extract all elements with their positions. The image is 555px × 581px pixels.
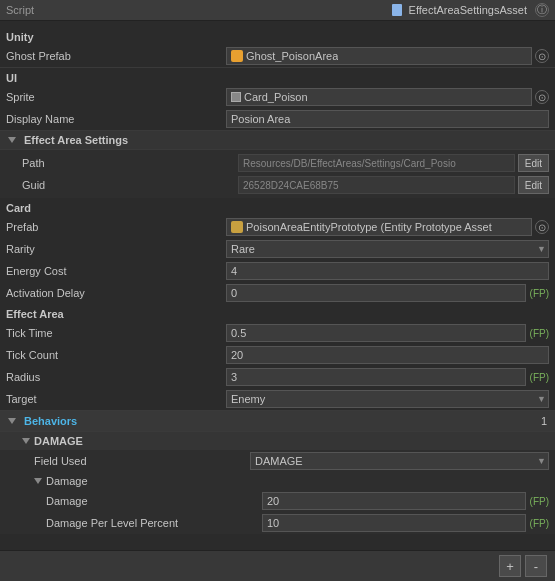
- prefab-label: Prefab: [6, 221, 226, 233]
- remove-button[interactable]: -: [525, 555, 547, 577]
- rarity-select[interactable]: Common Uncommon Rare Epic Legendary: [226, 240, 549, 258]
- sprite-field[interactable]: Card_Poison: [226, 88, 532, 106]
- behaviors-collapse-icon: [8, 418, 16, 424]
- field-used-select-wrapper[interactable]: DAMAGE HEAL SHIELD ▼: [250, 452, 549, 470]
- guid-input: [238, 176, 515, 194]
- damage-value: (FP): [262, 492, 549, 510]
- top-bar: Script EffectAreaSettingsAsset ⓘ: [0, 0, 555, 21]
- damage-group: DAMAGE Field Used DAMAGE HEAL SHIELD ▼: [0, 431, 555, 534]
- damage-per-level-row: Damage Per Level Percent (FP): [0, 512, 555, 534]
- prefab-value: PoisonAreaEntityPrototype (Entity Protot…: [226, 218, 549, 236]
- asset-name-label: EffectAreaSettingsAsset: [409, 4, 527, 16]
- tick-count-row: Tick Count: [0, 344, 555, 366]
- damage-input[interactable]: [262, 492, 526, 510]
- target-label: Target: [6, 393, 226, 405]
- field-used-value: DAMAGE HEAL SHIELD ▼: [250, 452, 549, 470]
- tick-time-row: Tick Time (FP): [0, 322, 555, 344]
- energy-cost-label: Energy Cost: [6, 265, 226, 277]
- top-bar-right: EffectAreaSettingsAsset ⓘ: [392, 3, 549, 17]
- energy-cost-row: Energy Cost: [0, 260, 555, 282]
- effect-area-settings-header: Effect Area Settings: [8, 134, 547, 146]
- display-name-input[interactable]: [226, 110, 549, 128]
- tick-time-label: Tick Time: [6, 327, 226, 339]
- display-name-label: Display Name: [6, 113, 226, 125]
- sprite-text: Card_Poison: [244, 91, 308, 103]
- guid-edit-btn[interactable]: Edit: [518, 176, 549, 194]
- effect-area-title: Effect Area: [6, 308, 64, 320]
- damage-header[interactable]: DAMAGE: [0, 432, 555, 450]
- activation-delay-input[interactable]: [226, 284, 526, 302]
- tick-count-input[interactable]: [226, 346, 549, 364]
- sprite-label: Sprite: [6, 91, 226, 103]
- behaviors-title: Behaviors: [8, 415, 77, 427]
- activation-delay-label: Activation Delay: [6, 287, 226, 299]
- collapse-icon: [8, 137, 16, 143]
- ghost-prefab-label: Ghost Prefab: [6, 50, 226, 62]
- target-select-wrapper[interactable]: Enemy Ally Both ▼: [226, 390, 549, 408]
- card-title: Card: [6, 202, 31, 214]
- rarity-select-wrapper[interactable]: Common Uncommon Rare Epic Legendary ▼: [226, 240, 549, 258]
- damage-sub-label: Damage: [46, 475, 88, 487]
- path-edit-btn[interactable]: Edit: [518, 154, 549, 172]
- sprite-circle-btn[interactable]: ⊙: [535, 90, 549, 104]
- doc-icon: [392, 4, 402, 16]
- prefab-text: PoisonAreaEntityPrototype (Entity Protot…: [246, 221, 492, 233]
- main-content: Unity Ghost Prefab Ghost_PoisonArea ⊙ UI…: [0, 21, 555, 576]
- unity-title: Unity: [6, 31, 34, 43]
- radius-label: Radius: [6, 371, 226, 383]
- damage-group-label: DAMAGE: [34, 435, 83, 447]
- guid-row: Guid Edit: [0, 174, 555, 196]
- guid-label: Guid: [18, 179, 238, 191]
- radius-value: (FP): [226, 368, 549, 386]
- ui-title: UI: [6, 72, 17, 84]
- tick-time-input[interactable]: [226, 324, 526, 342]
- target-select[interactable]: Enemy Ally Both: [226, 390, 549, 408]
- ghost-prefab-circle-btn[interactable]: ⊙: [535, 49, 549, 63]
- behaviors-count: 1: [541, 415, 547, 427]
- sprite-row: Sprite Card_Poison ⊙: [0, 86, 555, 108]
- radius-input[interactable]: [226, 368, 526, 386]
- bottom-bar: + -: [0, 550, 555, 581]
- prefab-circle-btn[interactable]: ⊙: [535, 220, 549, 234]
- prefab-row: Prefab PoisonAreaEntityPrototype (Entity…: [0, 216, 555, 238]
- ghost-prefab-row: Ghost Prefab Ghost_PoisonArea ⊙: [0, 45, 555, 67]
- sprite-icon: [231, 92, 241, 102]
- field-used-row: Field Used DAMAGE HEAL SHIELD ▼: [0, 450, 555, 472]
- add-button[interactable]: +: [499, 555, 521, 577]
- damage-fp: (FP): [530, 496, 549, 507]
- path-input: [238, 154, 515, 172]
- damage-sub-header[interactable]: Damage: [0, 472, 555, 490]
- radius-row: Radius (FP): [0, 366, 555, 388]
- behaviors-label: Behaviors: [24, 415, 77, 427]
- activation-delay-value: (FP): [226, 284, 549, 302]
- damage-sub-collapse-icon: [34, 478, 42, 484]
- field-used-select[interactable]: DAMAGE HEAL SHIELD: [250, 452, 549, 470]
- energy-cost-input[interactable]: [226, 262, 549, 280]
- path-value: Edit: [238, 154, 549, 172]
- damage-collapse-icon: [22, 438, 30, 444]
- info-button[interactable]: ⓘ: [535, 3, 549, 17]
- damage-label: Damage: [42, 495, 262, 507]
- energy-cost-value: [226, 262, 549, 280]
- ghost-prefab-value: Ghost_PoisonArea ⊙: [226, 47, 549, 65]
- rarity-row: Rarity Common Uncommon Rare Epic Legenda…: [0, 238, 555, 260]
- prefab-field[interactable]: PoisonAreaEntityPrototype (Entity Protot…: [226, 218, 532, 236]
- tick-count-value: [226, 346, 549, 364]
- ghost-prefab-text: Ghost_PoisonArea: [246, 50, 338, 62]
- path-label: Path: [18, 157, 238, 169]
- behaviors-header[interactable]: Behaviors 1: [0, 411, 555, 431]
- ghost-prefab-field[interactable]: Ghost_PoisonArea: [226, 47, 532, 65]
- sprite-value: Card_Poison ⊙: [226, 88, 549, 106]
- damage-per-level-input[interactable]: [262, 514, 526, 532]
- tick-count-label: Tick Count: [6, 349, 226, 361]
- card-header: Card: [0, 198, 555, 216]
- rarity-value: Common Uncommon Rare Epic Legendary ▼: [226, 240, 549, 258]
- effect-area-settings-title: Effect Area Settings: [24, 134, 128, 146]
- damage-sub-group: Damage Damage (FP) Damage Per Level Perc…: [0, 472, 555, 534]
- target-value: Enemy Ally Both ▼: [226, 390, 549, 408]
- script-label: Script: [6, 4, 34, 16]
- path-row: Path Edit: [0, 152, 555, 174]
- display-name-row: Display Name: [0, 108, 555, 130]
- target-row: Target Enemy Ally Both ▼: [0, 388, 555, 410]
- tick-time-fp: (FP): [530, 328, 549, 339]
